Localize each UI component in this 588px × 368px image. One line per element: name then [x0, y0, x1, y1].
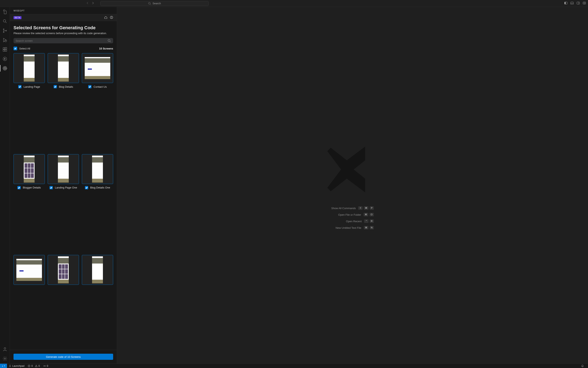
- screen-thumbnail[interactable]: [82, 255, 113, 285]
- svg-point-7: [3, 20, 6, 22]
- screen-label-row: Blogger Details: [13, 186, 45, 189]
- notifications-icon[interactable]: [579, 364, 586, 368]
- settings-gear-icon[interactable]: [2, 356, 8, 361]
- profile-icon[interactable]: [110, 16, 113, 20]
- screen-checkbox[interactable]: [49, 186, 53, 189]
- toggle-primary-sidebar-icon[interactable]: [564, 1, 568, 5]
- svg-rect-15: [5, 47, 7, 49]
- screen-checkbox[interactable]: [54, 85, 57, 88]
- screen-name: Contact Us: [94, 85, 107, 88]
- error-icon: [28, 365, 30, 367]
- screen-thumbnail[interactable]: [82, 154, 113, 184]
- key: ⌘: [364, 226, 369, 230]
- activity-bar: [0, 7, 10, 364]
- screen-checkbox[interactable]: [88, 85, 91, 88]
- screen-card[interactable]: Contact Us: [82, 53, 113, 151]
- svg-point-23: [108, 39, 110, 42]
- generate-button[interactable]: Generate code of 10 Screens: [13, 354, 113, 360]
- statusbar: Launchpad 0 0 0: [0, 364, 588, 368]
- live-share-icon[interactable]: [2, 56, 8, 62]
- panel-title: WISEGPT: [10, 7, 117, 14]
- launchpad-label: Launchpad: [12, 365, 24, 367]
- screen-checkbox[interactable]: [17, 186, 21, 189]
- screen-card[interactable]: [82, 255, 113, 348]
- svg-rect-12: [3, 48, 5, 49]
- layout-controls: [564, 1, 586, 5]
- nav-forward-icon[interactable]: [91, 1, 95, 5]
- screen-card[interactable]: [48, 255, 79, 348]
- screen-card[interactable]: Blog Details: [48, 53, 79, 151]
- nav-arrows: [86, 1, 95, 5]
- screen-label-row: Contact Us: [82, 85, 113, 88]
- screen-search[interactable]: [13, 38, 113, 43]
- run-debug-icon[interactable]: [2, 37, 8, 43]
- svg-point-19: [4, 348, 6, 349]
- shortcut-row: Open File or Folder⌘O: [331, 213, 374, 217]
- search-placeholder: Search: [152, 2, 161, 5]
- key: ⌃: [364, 219, 369, 223]
- shortcut-label: New Untitled Text File: [336, 226, 361, 229]
- svg-point-9: [3, 32, 4, 33]
- wisegpt-panel: WISEGPT BETA Selected Screens for Genera…: [10, 7, 117, 364]
- svg-point-18: [4, 67, 6, 69]
- screen-card[interactable]: [13, 255, 45, 348]
- nav-back-icon[interactable]: [86, 1, 89, 5]
- toggle-secondary-sidebar-icon[interactable]: [577, 1, 580, 5]
- key: R: [370, 219, 374, 223]
- screen-card[interactable]: Landing Page: [13, 53, 45, 151]
- screen-thumbnail[interactable]: [48, 154, 79, 184]
- toggle-panel-icon[interactable]: [570, 1, 574, 5]
- screen-card[interactable]: Landing Page One: [48, 154, 79, 252]
- customize-layout-icon[interactable]: [583, 1, 586, 5]
- command-center-search[interactable]: Search: [100, 1, 209, 6]
- screen-search-input[interactable]: [16, 39, 107, 42]
- shortcut-keys: ⌘O: [364, 213, 374, 217]
- select-all-checkbox[interactable]: [13, 47, 17, 50]
- search-icon[interactable]: [2, 18, 8, 24]
- svg-point-25: [44, 366, 45, 366]
- shortcut-label: Open Recent: [346, 220, 362, 223]
- svg-point-20: [4, 358, 6, 359]
- screen-label-row: Landing Page One: [48, 186, 79, 189]
- broadcast-icon: [43, 365, 46, 367]
- launchpad-status[interactable]: Launchpad: [7, 364, 26, 368]
- remote-indicator[interactable]: [0, 364, 7, 368]
- screen-checkbox[interactable]: [18, 85, 21, 88]
- editor-welcome: Show All Commands⇧⌘POpen File or Folder⌘…: [117, 7, 588, 364]
- screen-card[interactable]: Blog Details One: [82, 154, 113, 252]
- select-all-row: Select All 10 Screens: [13, 47, 113, 50]
- select-all-label: Select All: [19, 47, 30, 50]
- screen-name: Landing Page One: [55, 186, 77, 189]
- screen-card[interactable]: Blogger Details: [13, 154, 45, 252]
- screen-thumbnail[interactable]: [48, 53, 79, 83]
- ports-status[interactable]: 0: [42, 364, 50, 368]
- shortcut-row: Open Recent⌃R: [331, 219, 374, 223]
- screen-label-row: Blog Details: [48, 85, 79, 88]
- screen-name: Blog Details: [59, 85, 73, 88]
- shortcut-keys: ⌃R: [364, 219, 374, 223]
- key: ⌘: [364, 206, 369, 210]
- shortcut-row: New Untitled Text File⌘N: [331, 226, 374, 230]
- source-control-icon[interactable]: [2, 28, 8, 34]
- home-icon[interactable]: [104, 16, 107, 20]
- panel-subheading: Please review the selected screens befor…: [13, 32, 113, 35]
- svg-rect-14: [5, 50, 7, 51]
- screen-name: Landing Page: [24, 85, 40, 88]
- screens-count: 10 Screens: [99, 47, 113, 50]
- accounts-icon[interactable]: [2, 346, 8, 352]
- problems-status[interactable]: 0 0: [26, 364, 41, 368]
- extensions-icon[interactable]: [2, 47, 8, 52]
- svg-rect-13: [3, 50, 5, 51]
- ports-count: 0: [47, 365, 48, 367]
- errors-count: 0: [31, 365, 33, 367]
- screen-thumbnail[interactable]: [48, 255, 79, 285]
- screen-label-row: Blog Details One: [82, 186, 113, 189]
- svg-point-17: [3, 66, 7, 70]
- wisegpt-icon[interactable]: [2, 65, 8, 71]
- screen-thumbnail[interactable]: [13, 255, 45, 285]
- screen-thumbnail[interactable]: [13, 53, 45, 83]
- screen-checkbox[interactable]: [85, 186, 88, 189]
- screen-thumbnail[interactable]: [82, 53, 113, 83]
- screen-thumbnail[interactable]: [13, 154, 45, 184]
- explorer-icon[interactable]: [2, 9, 8, 15]
